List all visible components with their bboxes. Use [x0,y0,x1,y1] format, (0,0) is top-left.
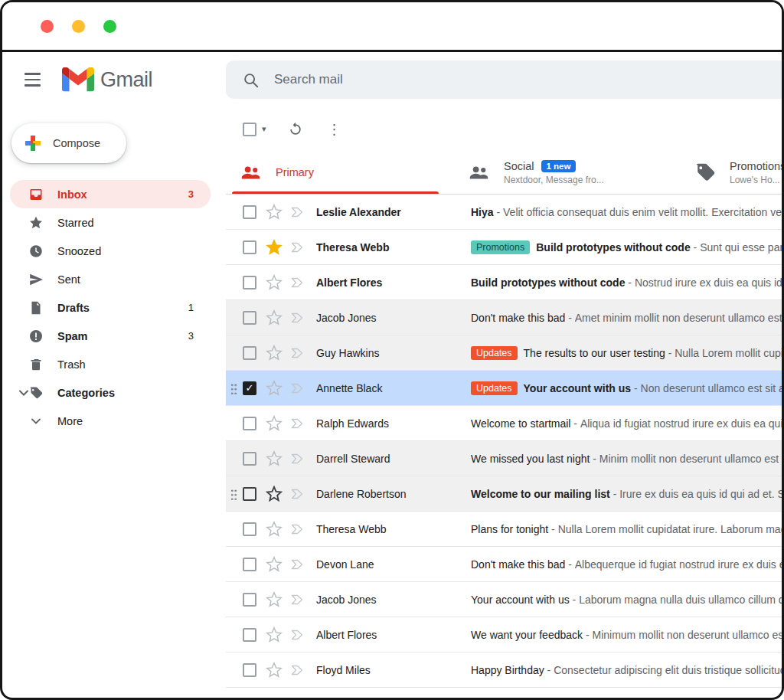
list-toolbar: ▾ ⋮ [226,107,782,151]
importance-marker-icon[interactable] [290,523,305,535]
email-content: Build prototypes without code Nostrud ir… [462,276,782,289]
importance-marker-icon[interactable] [290,347,305,359]
email-checkbox[interactable] [243,487,256,501]
importance-marker-icon[interactable] [290,453,305,465]
sidebar-item-inbox[interactable]: Inbox 3 [10,180,211,208]
importance-marker-icon[interactable] [290,664,305,676]
email-row[interactable]: Darrell Steward We missed you last night… [226,441,782,476]
sidebar-item-spam[interactable]: Spam 3 [10,322,211,350]
sidebar-item-categories[interactable]: Categories [10,378,211,407]
email-snippet: Nostrud irure ex duis ea quis id quis ad… [635,276,782,289]
gmail-app: Gmail Compo [2,52,782,698]
star-icon[interactable] [266,274,283,291]
email-checkbox[interactable] [243,381,256,395]
email-row[interactable]: Jacob Jones Your account with us Laborum… [226,582,782,617]
email-row[interactable]: Ralph Edwards Welcome to startmail Aliqu… [226,406,782,441]
email-checkbox[interactable] [243,346,256,360]
sidebar-item-label: Drafts [57,302,90,314]
email-row[interactable]: Leslie Alexander Hiya Velit officia cons… [226,195,782,230]
email-checkbox[interactable] [243,593,256,607]
star-icon[interactable] [266,662,283,679]
tab-label: Social [504,160,534,172]
close-button[interactable] [41,20,54,33]
star-icon[interactable] [266,239,283,256]
search-input[interactable] [273,71,784,88]
email-row[interactable]: Devon Lane Don't make this bad Albequerq… [226,547,782,582]
sidebar-item-label: More [57,415,83,427]
email-checkbox[interactable] [243,558,256,571]
minimize-button[interactable] [72,20,85,33]
subject-snippet-separator [625,276,634,289]
importance-marker-icon[interactable] [290,241,305,254]
compose-label: Compose [53,137,100,149]
sidebar-item-more[interactable]: More [10,407,211,435]
importance-marker-icon[interactable] [290,417,305,430]
importance-marker-icon[interactable] [290,276,305,289]
more-options-button[interactable]: ⋮ [325,121,345,138]
email-subject: The results to our user testing [524,347,665,359]
email-row[interactable]: Guy Hawkins Updates The results to our u… [226,335,782,371]
select-dropdown-caret-icon[interactable]: ▾ [262,124,266,134]
subject-snippet-separator [494,206,503,218]
sidebar-item-sent[interactable]: Sent [10,265,211,293]
star-icon[interactable] [266,626,283,643]
star-icon[interactable] [266,450,283,467]
search-bar[interactable] [226,61,784,99]
email-row[interactable]: Floyd Miles Happy Birthday Consectetur a… [226,653,782,688]
email-content: Welcome to our mailing list Irure ex dui… [462,488,782,500]
chevron-down-icon[interactable] [16,385,31,401]
email-checkbox[interactable] [243,663,256,677]
email-row[interactable]: Darlene Robertson Welcome to our mailing… [226,476,782,512]
sidebar-item-starred[interactable]: Starred [10,208,211,237]
select-all-checkbox[interactable] [243,123,256,136]
email-snippet: Velit officia consequat duis enim velit … [503,206,782,218]
drag-handle-icon[interactable] [230,382,237,394]
refresh-icon [288,122,303,137]
compose-button[interactable]: Compose [11,123,126,163]
tab-primary[interactable]: Primary [226,151,445,194]
email-row[interactable]: Theresa Webb Promotions Build prototypes… [226,230,782,265]
star-icon[interactable] [266,380,283,397]
star-icon[interactable] [266,486,283,502]
email-row[interactable]: Jacob Jones Don't make this bad Amet min… [226,300,782,335]
email-row[interactable]: Albert Flores Build prototypes without c… [226,265,782,300]
email-content: Welcome to startmail Aliqua id fugiat no… [462,417,782,430]
star-icon[interactable] [266,556,283,573]
hamburger-menu-icon[interactable] [21,70,44,89]
sidebar-item-snoozed[interactable]: Snoozed [10,237,211,265]
email-checkbox[interactable] [243,311,256,325]
star-icon[interactable] [266,415,283,432]
email-checkbox[interactable] [243,452,256,466]
refresh-button[interactable] [288,122,303,137]
importance-marker-icon[interactable] [290,594,305,606]
email-list: Leslie Alexander Hiya Velit officia cons… [226,195,782,698]
email-checkbox[interactable] [243,522,256,536]
email-row[interactable]: Theresa Webb Plans for tonight Nulla Lor… [226,512,782,547]
star-icon[interactable] [266,204,283,221]
sidebar-item-drafts[interactable]: Drafts 1 [10,293,211,322]
email-checkbox[interactable] [243,276,256,289]
sidebar-item-trash[interactable]: Trash [10,350,211,378]
email-checkbox[interactable] [243,240,256,254]
star-icon[interactable] [266,309,283,326]
email-checkbox[interactable] [243,628,256,642]
tab-social[interactable]: Social 1 new Nextdoor, Message fro... [445,151,668,194]
zoom-button[interactable] [103,20,116,33]
importance-marker-icon[interactable] [290,629,305,641]
email-checkbox[interactable] [243,205,256,219]
importance-marker-icon[interactable] [290,488,305,500]
drag-handle-icon[interactable] [230,488,237,500]
star-icon[interactable] [266,345,283,361]
email-row[interactable]: Annette Black Updates Your account with … [226,371,782,406]
email-checkbox[interactable] [243,417,256,430]
email-row[interactable]: Albert Flores We want your feedback Mini… [226,617,782,653]
tab-promotions[interactable]: Promotions Lowe's Ho... [668,151,782,194]
email-content: Promotions Build prototypes without code… [462,240,782,254]
importance-marker-icon[interactable] [290,312,305,324]
star-icon[interactable] [266,591,283,608]
importance-marker-icon[interactable] [290,206,305,218]
gmail-logo[interactable]: Gmail [62,67,152,92]
importance-marker-icon[interactable] [290,382,305,394]
importance-marker-icon[interactable] [290,558,305,571]
star-icon[interactable] [266,521,283,538]
